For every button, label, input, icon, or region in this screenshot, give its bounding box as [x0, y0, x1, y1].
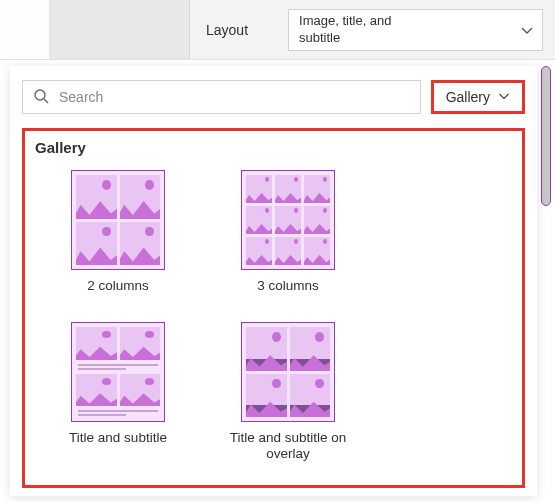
- layout-option-title-subtitle[interactable]: Title and subtitle: [53, 322, 183, 462]
- layout-picker-panel: Gallery Gallery 2 columns: [10, 66, 537, 496]
- layout-option-label: 3 columns: [257, 278, 319, 294]
- search-icon: [33, 88, 49, 107]
- layout-row: Layout Image, title, and subtitle: [190, 0, 555, 59]
- layout-grid: 2 columns 3 columns Title a: [31, 166, 522, 469]
- gallery-section: Gallery 2 columns 3 columns: [22, 128, 525, 488]
- gutter-a: [0, 0, 50, 59]
- thumbnail-title-subtitle: [71, 322, 165, 422]
- search-input[interactable]: [59, 89, 410, 105]
- layout-option-title-subtitle-overlay[interactable]: Title and subtitle on overlay: [223, 322, 353, 462]
- layout-label: Layout: [206, 22, 248, 38]
- scrollbar[interactable]: [541, 66, 551, 496]
- svg-point-0: [35, 90, 45, 100]
- layout-dropdown-value: Image, title, and subtitle: [299, 13, 419, 46]
- category-filter-label: Gallery: [446, 89, 490, 105]
- layout-option-3-columns[interactable]: 3 columns: [223, 170, 353, 294]
- gutter-b: [50, 0, 190, 59]
- section-title: Gallery: [35, 139, 522, 156]
- layout-option-label: Title and subtitle on overlay: [223, 430, 353, 462]
- search-row: Gallery: [10, 66, 537, 126]
- properties-header: Layout Image, title, and subtitle: [0, 0, 555, 60]
- layout-option-label: 2 columns: [87, 278, 149, 294]
- layout-option-2-columns[interactable]: 2 columns: [53, 170, 183, 294]
- layout-option-label: Title and subtitle: [69, 430, 167, 446]
- chevron-down-icon: [498, 89, 510, 105]
- layout-dropdown[interactable]: Image, title, and subtitle: [288, 9, 543, 51]
- thumbnail-3-columns: [241, 170, 335, 270]
- thumbnail-title-subtitle-overlay: [241, 322, 335, 422]
- search-box[interactable]: [22, 80, 421, 114]
- thumbnail-2-columns: [71, 170, 165, 270]
- chevron-down-icon: [520, 23, 534, 37]
- scrollbar-thumb[interactable]: [541, 66, 551, 206]
- svg-line-1: [44, 99, 48, 103]
- category-filter-button[interactable]: Gallery: [431, 80, 525, 114]
